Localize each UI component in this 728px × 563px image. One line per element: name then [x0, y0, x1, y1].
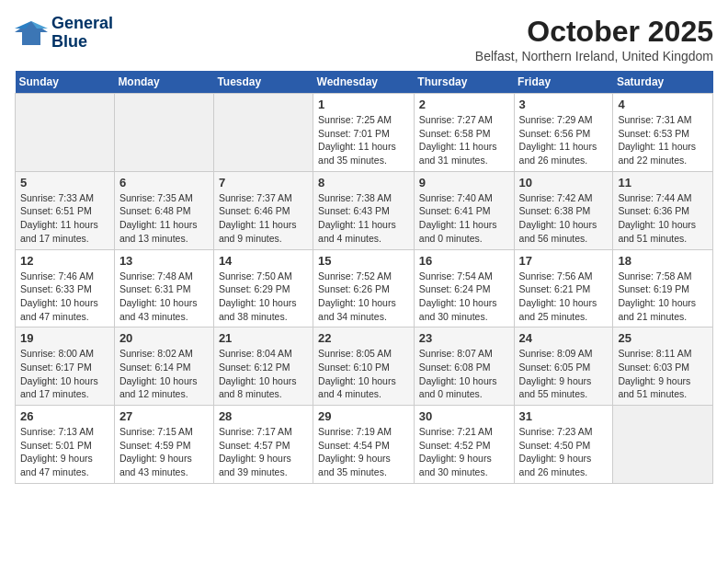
calendar-table: SundayMondayTuesdayWednesdayThursdayFrid… — [15, 71, 713, 484]
calendar-cell — [213, 94, 313, 172]
subtitle: Belfast, Northern Ireland, United Kingdo… — [475, 49, 713, 63]
day-number: 28 — [219, 409, 308, 423]
day-info: Sunrise: 7:33 AM Sunset: 6:51 PM Dayligh… — [20, 191, 109, 246]
day-number: 13 — [119, 254, 209, 268]
day-info: Sunrise: 7:19 AM Sunset: 4:54 PM Dayligh… — [318, 425, 409, 479]
calendar-cell — [613, 406, 713, 484]
calendar-cell — [16, 94, 115, 172]
calendar-cell: 30Sunrise: 7:21 AM Sunset: 4:52 PM Dayli… — [414, 406, 514, 484]
calendar-cell — [114, 94, 213, 172]
day-number: 9 — [419, 176, 509, 190]
calendar-cell: 24Sunrise: 8:09 AM Sunset: 6:05 PM Dayli… — [514, 327, 613, 406]
day-info: Sunrise: 7:40 AM Sunset: 6:41 PM Dayligh… — [419, 191, 509, 246]
calendar-cell: 5Sunrise: 7:33 AM Sunset: 6:51 PM Daylig… — [16, 171, 115, 249]
calendar-cell: 1Sunrise: 7:25 AM Sunset: 7:01 PM Daylig… — [313, 94, 415, 172]
day-info: Sunrise: 7:56 AM Sunset: 6:21 PM Dayligh… — [519, 270, 609, 324]
calendar-cell: 21Sunrise: 8:04 AM Sunset: 6:12 PM Dayli… — [213, 327, 313, 406]
day-number: 26 — [20, 409, 109, 423]
calendar-week-row: 26Sunrise: 7:13 AM Sunset: 5:01 PM Dayli… — [16, 406, 713, 484]
day-info: Sunrise: 7:52 AM Sunset: 6:26 PM Dayligh… — [318, 270, 409, 324]
calendar-cell: 18Sunrise: 7:58 AM Sunset: 6:19 PM Dayli… — [613, 249, 713, 327]
day-info: Sunrise: 7:29 AM Sunset: 6:56 PM Dayligh… — [519, 113, 609, 167]
calendar-cell: 28Sunrise: 7:17 AM Sunset: 4:57 PM Dayli… — [213, 406, 313, 484]
weekday-header: Thursday — [414, 71, 514, 94]
day-number: 7 — [219, 176, 308, 190]
weekday-header: Saturday — [613, 71, 713, 94]
day-number: 4 — [618, 98, 708, 111]
calendar-cell: 3Sunrise: 7:29 AM Sunset: 6:56 PM Daylig… — [514, 94, 613, 172]
day-info: Sunrise: 7:42 AM Sunset: 6:38 PM Dayligh… — [519, 191, 609, 246]
calendar-cell: 12Sunrise: 7:46 AM Sunset: 6:33 PM Dayli… — [16, 249, 115, 327]
day-info: Sunrise: 8:00 AM Sunset: 6:17 PM Dayligh… — [20, 347, 109, 401]
day-info: Sunrise: 7:38 AM Sunset: 6:43 PM Dayligh… — [318, 191, 409, 246]
calendar-cell: 29Sunrise: 7:19 AM Sunset: 4:54 PM Dayli… — [313, 406, 415, 484]
title-area: October 2025 Belfast, Northern Ireland, … — [475, 15, 713, 63]
weekday-header: Monday — [114, 71, 213, 94]
logo-line2: Blue — [51, 33, 113, 52]
day-number: 3 — [519, 98, 609, 111]
day-number: 2 — [419, 98, 509, 111]
calendar-cell: 7Sunrise: 7:37 AM Sunset: 6:46 PM Daylig… — [213, 171, 313, 249]
day-info: Sunrise: 8:09 AM Sunset: 6:05 PM Dayligh… — [519, 347, 609, 401]
day-info: Sunrise: 7:46 AM Sunset: 6:33 PM Dayligh… — [20, 270, 109, 324]
day-number: 17 — [519, 254, 609, 268]
calendar-cell: 13Sunrise: 7:48 AM Sunset: 6:31 PM Dayli… — [114, 249, 213, 327]
logo-text: General Blue — [51, 15, 113, 52]
day-number: 19 — [20, 331, 109, 345]
logo-line1: General — [51, 15, 113, 33]
calendar-cell: 9Sunrise: 7:40 AM Sunset: 6:41 PM Daylig… — [414, 171, 514, 249]
calendar-cell: 26Sunrise: 7:13 AM Sunset: 5:01 PM Dayli… — [16, 406, 115, 484]
calendar-cell: 4Sunrise: 7:31 AM Sunset: 6:53 PM Daylig… — [613, 94, 713, 172]
calendar-cell: 11Sunrise: 7:44 AM Sunset: 6:36 PM Dayli… — [613, 171, 713, 249]
calendar-cell: 8Sunrise: 7:38 AM Sunset: 6:43 PM Daylig… — [313, 171, 415, 249]
calendar-cell: 10Sunrise: 7:42 AM Sunset: 6:38 PM Dayli… — [514, 171, 613, 249]
day-info: Sunrise: 7:50 AM Sunset: 6:29 PM Dayligh… — [219, 270, 308, 324]
day-info: Sunrise: 7:15 AM Sunset: 4:59 PM Dayligh… — [119, 425, 209, 479]
day-info: Sunrise: 8:02 AM Sunset: 6:14 PM Dayligh… — [119, 347, 209, 401]
day-info: Sunrise: 8:11 AM Sunset: 6:03 PM Dayligh… — [618, 347, 708, 401]
weekday-header: Tuesday — [213, 71, 313, 94]
day-number: 15 — [318, 254, 409, 268]
calendar-cell: 16Sunrise: 7:54 AM Sunset: 6:24 PM Dayli… — [414, 249, 514, 327]
calendar-cell: 17Sunrise: 7:56 AM Sunset: 6:21 PM Dayli… — [514, 249, 613, 327]
day-info: Sunrise: 7:27 AM Sunset: 6:58 PM Dayligh… — [419, 113, 509, 167]
calendar-cell: 23Sunrise: 8:07 AM Sunset: 6:08 PM Dayli… — [414, 327, 514, 406]
day-number: 24 — [519, 331, 609, 345]
calendar-cell: 25Sunrise: 8:11 AM Sunset: 6:03 PM Dayli… — [613, 327, 713, 406]
day-info: Sunrise: 8:04 AM Sunset: 6:12 PM Dayligh… — [219, 347, 308, 401]
calendar-cell: 19Sunrise: 8:00 AM Sunset: 6:17 PM Dayli… — [16, 327, 115, 406]
calendar-week-row: 12Sunrise: 7:46 AM Sunset: 6:33 PM Dayli… — [16, 249, 713, 327]
calendar-header: SundayMondayTuesdayWednesdayThursdayFrid… — [16, 71, 713, 94]
day-info: Sunrise: 8:07 AM Sunset: 6:08 PM Dayligh… — [419, 347, 509, 401]
day-number: 12 — [20, 254, 109, 268]
calendar-week-row: 5Sunrise: 7:33 AM Sunset: 6:51 PM Daylig… — [16, 171, 713, 249]
day-number: 22 — [318, 331, 409, 345]
day-number: 18 — [618, 254, 708, 268]
day-number: 5 — [20, 176, 109, 190]
header: General Blue October 2025 Belfast, North… — [15, 15, 713, 63]
day-number: 1 — [318, 98, 409, 111]
day-info: Sunrise: 7:17 AM Sunset: 4:57 PM Dayligh… — [219, 425, 308, 479]
day-number: 14 — [219, 254, 308, 268]
month-title: October 2025 — [475, 15, 713, 49]
calendar-cell: 2Sunrise: 7:27 AM Sunset: 6:58 PM Daylig… — [414, 94, 514, 172]
day-number: 29 — [318, 409, 409, 423]
day-number: 27 — [119, 409, 209, 423]
day-info: Sunrise: 7:25 AM Sunset: 7:01 PM Dayligh… — [318, 113, 409, 167]
day-info: Sunrise: 7:31 AM Sunset: 6:53 PM Dayligh… — [618, 113, 708, 167]
weekday-header: Wednesday — [313, 71, 415, 94]
day-number: 23 — [419, 331, 509, 345]
day-number: 25 — [618, 331, 708, 345]
day-info: Sunrise: 8:05 AM Sunset: 6:10 PM Dayligh… — [318, 347, 409, 401]
day-info: Sunrise: 7:37 AM Sunset: 6:46 PM Dayligh… — [219, 191, 308, 246]
day-info: Sunrise: 7:58 AM Sunset: 6:19 PM Dayligh… — [618, 270, 708, 324]
logo-bird-icon — [15, 19, 48, 47]
day-info: Sunrise: 7:54 AM Sunset: 6:24 PM Dayligh… — [419, 270, 509, 324]
calendar-cell: 27Sunrise: 7:15 AM Sunset: 4:59 PM Dayli… — [114, 406, 213, 484]
day-info: Sunrise: 7:35 AM Sunset: 6:48 PM Dayligh… — [119, 191, 209, 246]
day-number: 8 — [318, 176, 409, 190]
day-info: Sunrise: 7:44 AM Sunset: 6:36 PM Dayligh… — [618, 191, 708, 246]
calendar-cell: 20Sunrise: 8:02 AM Sunset: 6:14 PM Dayli… — [114, 327, 213, 406]
day-number: 30 — [419, 409, 509, 423]
weekday-header: Friday — [514, 71, 613, 94]
